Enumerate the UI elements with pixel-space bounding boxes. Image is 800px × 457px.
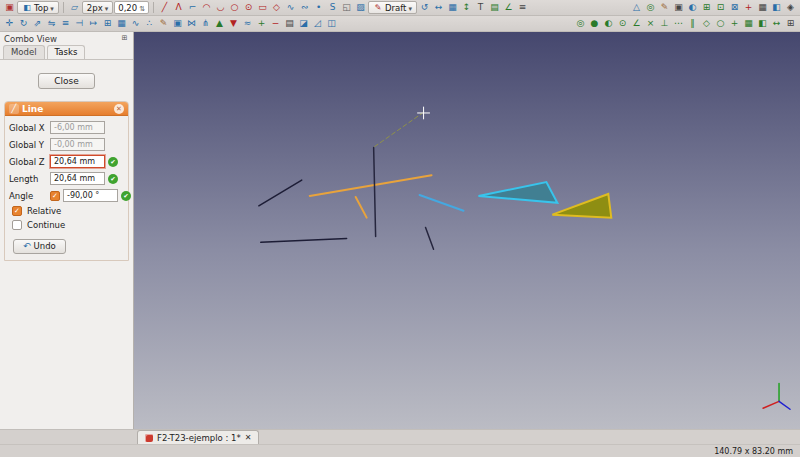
point-array-icon[interactable]: ∴ (143, 17, 156, 30)
draft-modify-group-icon[interactable]: ↺ (418, 1, 431, 14)
checkbox-row-relative[interactable]: ✓Relative (12, 206, 124, 216)
angle-lock-checkbox[interactable]: ✓ (50, 191, 60, 201)
draft-rectangle-icon[interactable]: ▭ (256, 1, 269, 14)
draft-dimension-icon[interactable]: ↕ (460, 1, 473, 14)
shape-2d-view-icon[interactable]: ▤ (283, 17, 296, 30)
snap-near-icon[interactable]: ○ (714, 17, 727, 30)
continue-checkbox[interactable] (12, 220, 22, 230)
snap-extension-icon[interactable]: ⋯ (672, 17, 685, 30)
draft-shapestring-icon[interactable]: S (326, 1, 339, 14)
field-input-global-z[interactable]: 20,64 mm (50, 155, 105, 168)
triangle-yellow[interactable] (552, 194, 611, 218)
snap-midpoint-icon[interactable]: ◐ (602, 17, 615, 30)
draft-facebinder-icon[interactable]: ◱ (340, 1, 353, 14)
tab-model[interactable]: Model (3, 45, 45, 59)
draft-angle-dimension-icon[interactable]: ∠ (502, 1, 515, 14)
line-segment-dark-bottom[interactable] (261, 238, 347, 242)
scale-icon[interactable]: ⇗ (31, 17, 44, 30)
axis-x-red[interactable] (763, 401, 779, 408)
downgrade-icon[interactable]: ▼ (227, 17, 240, 30)
draft-circle-icon[interactable]: ○ (228, 1, 241, 14)
move-icon[interactable]: ✛ (3, 17, 16, 30)
working-plane-dropdown[interactable]: ◧ Top (17, 1, 59, 14)
autogroup-icon[interactable]: ▱ (68, 1, 81, 14)
mirror-icon[interactable]: ⇋ (45, 17, 58, 30)
axis-z-blue[interactable] (779, 401, 790, 409)
draft-menu-dropdown[interactable]: ✎ Draft (368, 1, 417, 14)
draft-fillet-icon[interactable]: ⌐ (186, 1, 199, 14)
close-task-button[interactable]: Close (38, 73, 95, 89)
toggle-continue-mode-icon[interactable]: ◎ (644, 1, 657, 14)
panel-dock-icon[interactable]: ⊞ (120, 34, 129, 43)
undo-button[interactable]: ↶ Undo (13, 239, 66, 254)
tracking-dashed-line[interactable] (375, 113, 423, 147)
spinner-arrows-icon[interactable] (139, 3, 145, 13)
draft-to-sketch-icon[interactable]: ◪ (297, 17, 310, 30)
draft-annotation-styles-icon[interactable]: ≡ (516, 1, 529, 14)
draft-point-icon[interactable]: • (312, 1, 325, 14)
line-segment-blue[interactable] (420, 195, 464, 211)
draft-hatch-icon[interactable]: ▨ (354, 1, 367, 14)
relative-checkbox[interactable]: ✓ (12, 206, 22, 216)
tab-tasks[interactable]: Tasks (47, 45, 86, 59)
select-group-icon[interactable]: ⊡ (714, 1, 727, 14)
add-to-group-icon[interactable]: ⊞ (700, 1, 713, 14)
subelement-highlight-icon[interactable]: ▣ (171, 17, 184, 30)
draft-polygon-icon[interactable]: ◇ (270, 1, 283, 14)
draft-ellipse-icon[interactable]: ⊙ (242, 1, 255, 14)
slope-icon[interactable]: ◿ (311, 17, 324, 30)
document-close-icon[interactable]: ✕ (245, 433, 252, 442)
upgrade-icon[interactable]: ▲ (213, 17, 226, 30)
heal-icon[interactable]: + (742, 1, 755, 14)
snap-lock-icon[interactable]: ◎ (574, 17, 587, 30)
line-segment-dark-small[interactable] (426, 228, 434, 250)
triangle-cyan[interactable] (478, 182, 557, 203)
stretch-icon[interactable]: ↦ (87, 17, 100, 30)
toggle-snap-icon[interactable]: ⊞ (784, 17, 797, 30)
snap-center-icon[interactable]: ⊙ (616, 17, 629, 30)
line-segment-vertical[interactable] (374, 148, 376, 237)
join-icon[interactable]: ⋈ (185, 17, 198, 30)
draft-text-icon[interactable]: T (474, 1, 487, 14)
snap-grid-icon[interactable]: ▦ (742, 17, 755, 30)
remove-point-icon[interactable]: − (269, 17, 282, 30)
snap-special-icon[interactable]: ◇ (700, 17, 713, 30)
toggle-display-mode-icon[interactable]: ◐ (686, 1, 699, 14)
toggle-construction-mode-icon[interactable]: △ (630, 1, 643, 14)
document-tab[interactable]: F2-T23-ejemplo : 1* ✕ (137, 430, 259, 444)
3d-viewport[interactable] (134, 32, 800, 429)
draft-arc-3points-icon[interactable]: ◡ (214, 1, 227, 14)
draft-bspline-icon[interactable]: ∿ (284, 1, 297, 14)
scene-svg[interactable] (134, 32, 800, 429)
orthographic-array-icon[interactable]: ◫ (325, 17, 338, 30)
snap-endpoint-icon[interactable]: ● (588, 17, 601, 30)
offset-icon[interactable]: ≡ (59, 17, 72, 30)
array-icon[interactable]: ▦ (115, 17, 128, 30)
line-segment-dark-1[interactable] (259, 180, 302, 206)
snap-angle-icon[interactable]: ∠ (630, 17, 643, 30)
draft-bezier-icon[interactable]: ∾ (298, 1, 311, 14)
layer-manager-icon[interactable]: ▣ (672, 1, 685, 14)
snap-ortho-icon[interactable]: + (728, 17, 741, 30)
text-scale-spinner[interactable]: 0,20 (114, 1, 149, 14)
path-array-icon[interactable]: ∿ (129, 17, 142, 30)
clone-icon[interactable]: ⊞ (101, 17, 114, 30)
add-point-icon[interactable]: + (255, 17, 268, 30)
draft-move-icon[interactable]: ↔ (432, 1, 445, 14)
task-close-icon[interactable]: ✕ (114, 104, 124, 114)
snap-working-plane-icon[interactable]: ◧ (756, 17, 769, 30)
snap-parallel-icon[interactable]: ∥ (686, 17, 699, 30)
line-segment-orange-long[interactable] (310, 175, 432, 196)
snap-perpendicular-icon[interactable]: ⊥ (658, 17, 671, 30)
draft-line-icon[interactable]: ╱ (158, 1, 171, 14)
working-plane-proxy-icon[interactable]: ◧ (770, 1, 783, 14)
edit-icon[interactable]: ✎ (157, 17, 170, 30)
add-construction-group-icon[interactable]: ⊠ (728, 1, 741, 14)
split-icon[interactable]: ⋔ (199, 17, 212, 30)
snap-intersection-icon[interactable]: × (644, 17, 657, 30)
line-segment-orange-short[interactable] (356, 197, 367, 218)
checkbox-row-continue[interactable]: Continue (12, 220, 124, 230)
snap-dimensions-icon[interactable]: ↔ (770, 17, 783, 30)
toggle-grid-icon[interactable]: ▦ (756, 1, 769, 14)
trimex-icon[interactable]: ⊣ (73, 17, 86, 30)
